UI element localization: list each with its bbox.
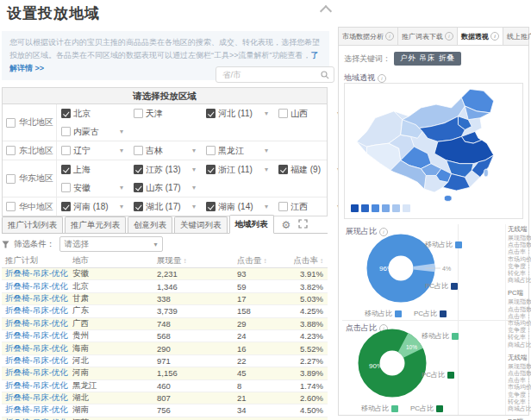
table-row[interactable]: 折叠椅-吊床-优化河北971222.27% — [2, 355, 328, 367]
detail-line: 转化率： — [508, 398, 531, 405]
table-row[interactable]: 折叠椅-吊床-优化河南1,156453.89% — [2, 367, 328, 379]
rtab-2[interactable]: 数据透视i — [458, 28, 503, 45]
map-legend-swatch — [382, 204, 390, 212]
plan-link[interactable]: 折叠椅-吊床-优化 — [2, 330, 72, 342]
detail-line: 商城占比： — [508, 342, 531, 348]
dropdown-caret-icon[interactable]: ▾ — [192, 147, 196, 154]
dropdown-caret-icon[interactable]: ▾ — [120, 203, 123, 210]
china-map[interactable] — [345, 84, 522, 218]
table-row[interactable]: 折叠椅-吊床-优化广东3,7391584.25% — [2, 305, 328, 317]
region-selector-title: 请选择投放区域 — [3, 88, 327, 104]
data-table: 推广计划地市展现量↕点击量↕点击率↕ 折叠椅-吊床-优化安徽2,231933.9… — [2, 254, 328, 420]
province-checkbox[interactable] — [61, 127, 71, 136]
dropdown-caret-icon[interactable]: ▾ — [120, 184, 123, 191]
sort-icon[interactable]: ↕ — [264, 257, 267, 265]
impressions-cell: 1,156 — [157, 368, 237, 378]
province-checkbox[interactable] — [278, 202, 288, 211]
sort-icon[interactable]: ↕ — [320, 257, 323, 265]
dropdown-caret-icon[interactable]: ▾ — [265, 147, 268, 154]
detail-block-header: PC端 — [508, 289, 531, 298]
province-checkbox[interactable] — [206, 202, 216, 211]
province-checkbox[interactable] — [134, 146, 143, 155]
province-checkbox[interactable] — [134, 165, 143, 174]
plan-link[interactable]: 折叠椅-吊床-优化 — [2, 392, 72, 404]
table-row[interactable]: 折叠椅-吊床-优化北京1,346593.82% — [2, 280, 328, 292]
table-row[interactable]: 折叠椅-吊床-优化海南290165.52% — [2, 342, 328, 354]
info-icon[interactable]: i — [378, 74, 386, 83]
table-row[interactable]: 折叠椅-吊床-优化湖南756344.50% — [2, 404, 328, 417]
dropdown-caret-icon[interactable]: ▾ — [120, 147, 123, 154]
detail-column: 无线端展现指数：点击指数：点击率：市场均价：竞争度：转化率：商城占比：PC端展现… — [508, 225, 531, 420]
table-row[interactable]: 折叠椅-吊床-优化安徽2,231933.91% — [2, 268, 328, 280]
keyword-tag[interactable]: 户外 吊床 折叠 — [394, 52, 461, 66]
tab-1[interactable]: 推广单元列表 — [65, 216, 126, 233]
tab-4[interactable]: 地域列表 — [229, 215, 274, 234]
plan-link[interactable]: 折叠椅-吊床-优化 — [2, 355, 72, 367]
plan-link[interactable]: 折叠椅-吊床-优化 — [2, 281, 72, 292]
tab-0[interactable]: 推广计划列表 — [2, 216, 63, 233]
tab-2[interactable]: 创意列表 — [128, 216, 172, 233]
plan-link[interactable]: 折叠椅-吊床-优化 — [2, 293, 72, 304]
table-row[interactable]: 折叠椅-吊床-优化黑龙江46081.74% — [2, 380, 328, 392]
rtab-3[interactable]: 线上推广排名i — [503, 28, 531, 45]
province-checkbox[interactable] — [206, 109, 216, 118]
plan-link[interactable]: 折叠椅-吊床-优化 — [2, 404, 72, 416]
region-group-checkbox[interactable] — [6, 202, 16, 211]
rtab-1[interactable]: 推广词表下载i — [398, 28, 458, 45]
fullscreen-icon[interactable] — [298, 219, 308, 230]
dropdown-caret-icon[interactable]: ▾ — [192, 166, 196, 173]
region-group-checkbox[interactable] — [6, 118, 16, 128]
table-row[interactable]: 折叠椅-吊床-优化湖北807212.60% — [2, 392, 328, 404]
city-cell: 海南 — [72, 343, 157, 354]
filter-label: 筛选条件： — [14, 239, 55, 250]
gear-icon[interactable]: ⚙ — [282, 220, 291, 230]
plan-link[interactable]: 折叠椅-吊床-优化 — [2, 268, 72, 279]
clicks-cell: 21 — [237, 393, 290, 403]
detail-line: 点击率： — [508, 248, 531, 255]
plan-link[interactable]: 折叠椅-吊床-优化 — [2, 305, 72, 317]
province-checkbox[interactable] — [134, 183, 143, 192]
plan-link[interactable]: 折叠椅-吊床-优化 — [2, 343, 72, 354]
region-group-checkbox[interactable] — [6, 174, 16, 184]
impressions-cell: 460 — [157, 381, 237, 391]
province-checkbox[interactable] — [61, 165, 71, 174]
table-row[interactable]: 折叠椅-吊床-优化广西748293.88% — [2, 318, 328, 330]
province-label: 湖南 (14) — [218, 201, 253, 213]
map-legend-swatch — [392, 204, 400, 212]
province-checkbox[interactable] — [61, 202, 71, 211]
dropdown-caret-icon[interactable]: ▾ — [265, 203, 268, 210]
dropdown-caret-icon[interactable]: ▾ — [265, 166, 268, 173]
province-checkbox[interactable] — [134, 202, 143, 211]
search-box[interactable] — [216, 66, 334, 83]
dropdown-caret-icon[interactable]: ▾ — [192, 203, 196, 210]
province-checkbox[interactable] — [61, 146, 71, 155]
filter-select[interactable]: 请选择 ▾ — [59, 236, 163, 252]
province-label: 吉林 — [146, 145, 163, 157]
collapse-chevron-icon[interactable] — [320, 5, 332, 17]
ctr-cell: 4.23% — [290, 331, 328, 341]
province-checkbox[interactable] — [134, 109, 143, 118]
province-checkbox[interactable] — [206, 146, 216, 155]
plan-link[interactable]: 折叠椅-吊床-优化 — [2, 367, 72, 379]
dropdown-caret-icon[interactable]: ▾ — [120, 128, 123, 135]
province-checkbox[interactable] — [278, 109, 288, 118]
plan-link[interactable]: 折叠椅-吊床-优化 — [2, 380, 72, 392]
tab-3[interactable]: 关键词列表 — [174, 216, 228, 233]
province-checkbox[interactable] — [206, 165, 216, 174]
province-checkbox[interactable] — [61, 109, 71, 118]
rtab-0[interactable]: 市场数据分析i — [339, 28, 398, 45]
province-checkbox[interactable] — [278, 165, 288, 174]
detail-line: 展现指数： — [508, 363, 531, 370]
region-group-label: 华北地区 — [19, 116, 53, 129]
province-checkbox[interactable] — [61, 183, 71, 192]
ctr-cell: 2.60% — [290, 393, 328, 403]
table-row[interactable]: 折叠椅-吊床-优化贵州568244.23% — [2, 330, 328, 342]
plan-link[interactable]: 折叠椅-吊床-优化 — [2, 318, 72, 329]
search-input[interactable] — [221, 69, 321, 80]
legend-label: 移动占比 — [361, 404, 389, 413]
region-group-checkbox[interactable] — [6, 146, 16, 155]
dropdown-caret-icon[interactable]: ▾ — [192, 184, 196, 191]
dropdown-caret-icon[interactable]: ▾ — [265, 110, 268, 117]
sort-icon[interactable]: ↕ — [184, 257, 187, 265]
table-row[interactable]: 折叠椅-吊床-优化甘肃338175.03% — [2, 293, 328, 305]
